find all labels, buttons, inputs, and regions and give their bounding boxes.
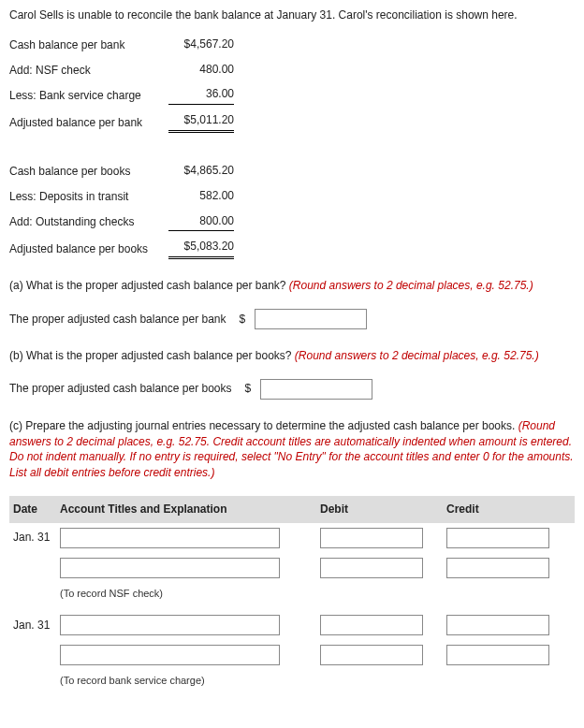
question-a-hint: (Round answers to 2 decimal places, e.g.… bbox=[289, 279, 533, 292]
je-credit-input[interactable] bbox=[446, 558, 549, 578]
recon-value: $4,567.20 bbox=[168, 36, 234, 54]
question-c-text: (c) Prepare the adjusting journal entrie… bbox=[9, 419, 518, 432]
je-header-credit: Credit bbox=[439, 502, 565, 517]
je-credit-input[interactable] bbox=[446, 645, 549, 665]
recon-label: Add: NSF check bbox=[9, 63, 168, 79]
recon-value: $4,865.20 bbox=[168, 163, 234, 181]
recon-value: 582.00 bbox=[168, 188, 234, 206]
je-account-input[interactable] bbox=[60, 558, 280, 578]
dollar-sign: $ bbox=[245, 381, 252, 397]
je-date: Jan. 31 bbox=[13, 618, 60, 633]
je-date: Jan. 31 bbox=[13, 530, 60, 546]
answer-a-input[interactable] bbox=[255, 309, 367, 329]
journal-entry-row: Jan. 31 bbox=[9, 523, 575, 553]
recon-label: Add: Outstanding checks bbox=[9, 214, 168, 230]
answer-b-label: The proper adjusted cash balance per boo… bbox=[9, 381, 232, 397]
recon-value: $5,083.20 bbox=[168, 239, 234, 259]
recon-label: Cash balance per books bbox=[9, 164, 168, 180]
je-debit-input[interactable] bbox=[320, 645, 423, 665]
journal-entry-row: Jan. 31 bbox=[9, 610, 575, 640]
reconciliation-bank-table: Cash balance per bank $4,567.20 Add: NSF… bbox=[9, 36, 575, 133]
journal-entry-row bbox=[9, 553, 575, 583]
journal-entry-row bbox=[9, 640, 575, 670]
recon-label: Adjusted balance per bank bbox=[9, 115, 168, 131]
question-b-hint: (Round answers to 2 decimal places, e.g.… bbox=[295, 349, 539, 362]
je-account-input[interactable] bbox=[60, 528, 280, 548]
je-credit-input[interactable] bbox=[446, 615, 549, 635]
recon-label: Adjusted balance per books bbox=[9, 241, 168, 257]
recon-value: 480.00 bbox=[168, 62, 234, 80]
recon-label: Less: Bank service charge bbox=[9, 88, 168, 104]
je-hint-2: (To record bank service charge) bbox=[9, 670, 575, 697]
journal-entry-header: Date Account Titles and Explanation Debi… bbox=[9, 496, 575, 523]
question-b-text: (b) What is the proper adjusted cash bal… bbox=[9, 349, 295, 362]
answer-b-input[interactable] bbox=[260, 379, 372, 400]
question-a-text: (a) What is the proper adjusted cash bal… bbox=[9, 279, 289, 292]
recon-value: 36.00 bbox=[168, 86, 234, 105]
je-debit-input[interactable] bbox=[320, 528, 423, 548]
je-debit-input[interactable] bbox=[320, 558, 423, 578]
reconciliation-books-table: Cash balance per books $4,865.20 Less: D… bbox=[9, 163, 575, 259]
recon-value: $5,011.20 bbox=[168, 112, 234, 133]
je-header-account: Account Titles and Explanation bbox=[60, 502, 313, 517]
answer-a-label: The proper adjusted cash balance per ban… bbox=[9, 312, 226, 328]
je-header-date: Date bbox=[13, 502, 60, 517]
je-hint-1: (To record NSF check) bbox=[9, 583, 575, 610]
dollar-sign: $ bbox=[240, 312, 246, 328]
question-a: (a) What is the proper adjusted cash bal… bbox=[9, 278, 575, 294]
je-account-input[interactable] bbox=[60, 615, 280, 635]
je-credit-input[interactable] bbox=[446, 528, 549, 548]
recon-label: Less: Deposits in transit bbox=[9, 189, 168, 205]
je-header-debit: Debit bbox=[313, 502, 439, 517]
intro-text: Carol Sells is unable to reconcile the b… bbox=[9, 7, 575, 23]
recon-label: Cash balance per bank bbox=[9, 37, 168, 53]
question-b: (b) What is the proper adjusted cash bal… bbox=[9, 348, 575, 364]
je-account-input[interactable] bbox=[60, 645, 280, 665]
question-c: (c) Prepare the adjusting journal entrie… bbox=[9, 418, 575, 481]
je-debit-input[interactable] bbox=[320, 615, 423, 635]
recon-value: 800.00 bbox=[168, 213, 234, 232]
